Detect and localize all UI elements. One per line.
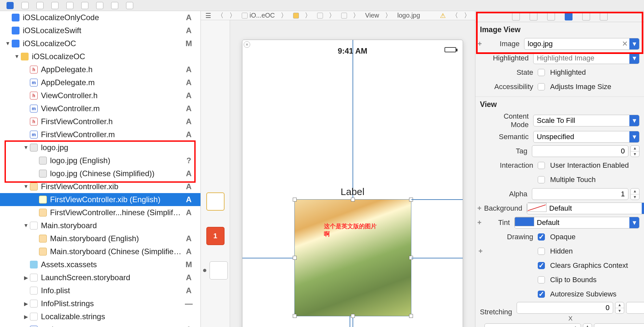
stretch-x-stepper[interactable]: ▲▼ <box>615 302 624 314</box>
find-nav-icon[interactable] <box>51 2 58 9</box>
content-mode-select[interactable]: ▾ <box>533 115 639 126</box>
nav-row[interactable]: ▼FirstViewController.xibA <box>0 180 200 193</box>
nav-row[interactable]: iOSLocalizeSwiftA <box>0 24 200 37</box>
nav-row[interactable]: hViewController.hA <box>0 89 200 102</box>
crumb-5[interactable]: logo.jpg <box>397 12 420 19</box>
nav-row[interactable]: logo.jpg (Chinese (Simplified))A <box>0 167 200 180</box>
size-inspector-icon[interactable] <box>582 13 590 20</box>
opaque-checkbox[interactable]: ✓ <box>538 233 545 241</box>
stretch-w-stepper[interactable]: ▲▼ <box>583 323 592 327</box>
stretch-h-field[interactable] <box>594 323 644 327</box>
clip-checkbox[interactable] <box>538 276 545 283</box>
background-select[interactable]: ▾ <box>527 203 644 214</box>
file-owner-icon[interactable] <box>206 192 225 211</box>
prev-issue-icon[interactable]: 〈 <box>452 11 458 20</box>
user-interaction-checkbox[interactable] <box>538 162 545 169</box>
dropdown-icon[interactable]: ▾ <box>629 38 639 49</box>
stretch-y-field[interactable] <box>626 302 644 314</box>
clear-icon[interactable]: ✕ <box>620 38 629 49</box>
connections-inspector-icon[interactable] <box>600 13 608 20</box>
disclosure-icon[interactable]: ▼ <box>4 41 12 46</box>
nav-row[interactable]: ▼Main.storyboard <box>0 219 200 232</box>
nav-row[interactable]: iOSLocalizeOnlyCodeA <box>0 11 200 24</box>
highlighted-field[interactable] <box>534 53 629 64</box>
nav-row[interactable]: mFirstViewController.mA <box>0 128 200 141</box>
nav-row[interactable]: mAppDelegate.mA <box>0 76 200 89</box>
inspector-tabs[interactable] <box>475 11 644 22</box>
accessibility-checkbox[interactable] <box>538 83 545 90</box>
nav-row[interactable]: ▼iOSLocalizeOCM <box>0 37 200 50</box>
nav-row[interactable]: ▼iOSLocalizeOC <box>0 50 200 63</box>
crumb-0[interactable]: iO...eOC <box>250 12 275 19</box>
ib-document-outline[interactable]: 1 <box>201 20 230 327</box>
disclosure-icon[interactable]: ▶ <box>22 314 30 320</box>
help-inspector-icon[interactable] <box>530 13 537 20</box>
dropdown-icon[interactable]: ▾ <box>629 53 639 64</box>
image-field[interactable] <box>524 38 620 49</box>
issue-nav-icon[interactable] <box>66 2 73 9</box>
nav-row[interactable]: Main.storyboard (Chinese (Simplified))A <box>0 245 200 258</box>
nav-row[interactable]: mmain.mA <box>0 323 200 327</box>
nav-row[interactable]: Assets.xcassetsM <box>0 258 200 271</box>
disclosure-icon[interactable]: ▼ <box>22 223 30 229</box>
tint-select[interactable]: ▾ <box>514 217 639 229</box>
add-tint-icon[interactable]: + <box>477 218 482 227</box>
disclosure-icon[interactable]: ▶ <box>22 275 30 281</box>
stretch-x-field[interactable] <box>517 302 613 314</box>
back-icon[interactable]: 〈 <box>217 11 224 20</box>
nav-row[interactable]: ▶InfoPlist.strings— <box>0 297 200 310</box>
forward-icon[interactable]: 〉 <box>229 11 236 20</box>
view-object-icon[interactable] <box>210 261 228 280</box>
clears-checkbox[interactable]: ✓ <box>538 262 545 269</box>
disclosure-icon[interactable]: ▼ <box>13 54 21 59</box>
nav-row[interactable]: Main.storyboard (English)A <box>0 232 200 245</box>
test-nav-icon[interactable] <box>81 2 88 9</box>
crumb-4[interactable]: View <box>365 12 379 19</box>
alpha-field[interactable] <box>532 188 628 200</box>
symbol-nav-icon[interactable] <box>36 2 44 9</box>
hidden-checkbox[interactable] <box>538 248 545 255</box>
ib-canvas[interactable]: × 9:41 AM Label 这个是英文版的图片啊 <box>230 20 475 327</box>
device-frame[interactable]: × 9:41 AM Label 这个是英文版的图片啊 <box>242 40 463 327</box>
inspector-panel[interactable]: Image View + Image ✕▾ Highlighted ▾ Stat… <box>475 11 644 327</box>
first-responder-icon[interactable]: 1 <box>206 227 225 245</box>
uilabel[interactable]: Label <box>341 186 364 197</box>
highlighted-combo[interactable]: ▾ <box>533 52 639 64</box>
add-image-icon[interactable]: + <box>477 40 482 48</box>
disclosure-icon[interactable]: ▶ <box>22 301 30 307</box>
identity-inspector-icon[interactable] <box>547 13 555 20</box>
file-inspector-icon[interactable] <box>512 13 520 20</box>
nav-row[interactable]: Info.plistA <box>0 284 200 297</box>
editor-jump-bar[interactable]: ☰ 〈 〉 iO...eOC 〉 〉 〉 〉 View 〉 logo.jpg ⚠… <box>201 11 475 20</box>
next-issue-icon[interactable]: 〉 <box>464 11 470 20</box>
nav-row[interactable]: mViewController.mA <box>0 102 200 115</box>
multitouch-checkbox[interactable] <box>538 176 545 183</box>
add-background-icon[interactable]: + <box>477 204 482 213</box>
source-control-nav-icon[interactable] <box>21 2 29 9</box>
related-items-icon[interactable]: ☰ <box>205 12 211 20</box>
nav-row[interactable]: logo.jpg (English)? <box>0 154 200 167</box>
nav-row[interactable]: hFirstViewController.hA <box>0 115 200 128</box>
tag-stepper[interactable]: ▲▼ <box>630 145 639 157</box>
nav-row[interactable]: ▶Localizable.strings <box>0 310 200 323</box>
autoresize-checkbox[interactable]: ✓ <box>538 291 545 298</box>
breakpoint-nav-icon[interactable] <box>111 2 118 9</box>
semantic-select[interactable]: ▾ <box>533 131 639 143</box>
project-navigator[interactable]: iOSLocalizeOnlyCodeAiOSLocalizeSwiftA▼iO… <box>0 11 201 327</box>
disclosure-icon[interactable]: ▼ <box>22 184 30 190</box>
nav-row[interactable]: hAppDelegate.hA <box>0 63 200 76</box>
alpha-stepper[interactable]: ▲▼ <box>630 188 639 200</box>
report-nav-icon[interactable] <box>126 2 133 9</box>
state-highlighted-checkbox[interactable] <box>538 69 545 76</box>
warning-icon[interactable]: ⚠ <box>440 12 446 20</box>
nav-row[interactable]: ▼logo.jpg <box>0 141 200 154</box>
project-nav-icon[interactable] <box>6 2 14 9</box>
nav-row[interactable]: ▶LaunchScreen.storyboardA <box>0 271 200 284</box>
uiimageview[interactable]: 这个是英文版的图片啊 <box>294 199 411 316</box>
tag-field[interactable] <box>532 145 628 157</box>
stretch-w-field[interactable] <box>484 323 581 327</box>
image-combo[interactable]: ✕▾ <box>524 38 639 50</box>
debug-nav-icon[interactable] <box>96 2 103 9</box>
attributes-inspector-icon[interactable] <box>565 13 573 20</box>
add-drawing-icon[interactable]: + <box>477 247 484 255</box>
